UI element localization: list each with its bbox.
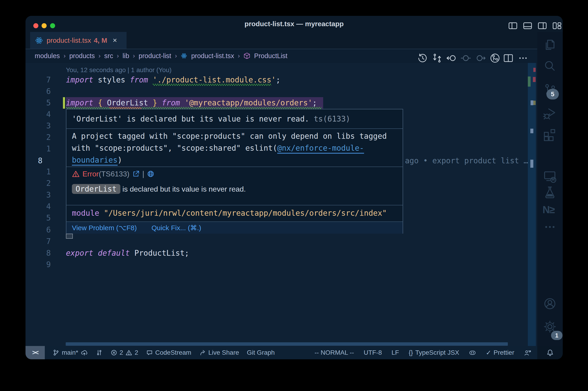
module-path-row: module "/Users/juri/nrwl/content/myreact… (66, 205, 403, 221)
file-history-icon[interactable] (490, 53, 500, 63)
breadcrumb-item[interactable]: products (69, 52, 95, 60)
error-code-label: (TS6133) (99, 170, 129, 178)
line-number: 4 (25, 201, 51, 212)
open-docs-external-icon[interactable] (132, 170, 140, 178)
symbol-cube-icon (244, 52, 250, 59)
ts-diagnostic-message: 'OrderList' is declared but its value is… (66, 109, 403, 128)
testing-icon[interactable] (543, 185, 557, 200)
tooltip-resize-grip[interactable] (66, 234, 73, 239)
line-number: 7 (25, 236, 51, 247)
breadcrumb-item[interactable]: lib (123, 52, 129, 60)
inline-blame: ago • export product list … (405, 155, 529, 167)
search-icon[interactable] (543, 59, 557, 74)
compare-changes-icon[interactable] (432, 53, 442, 63)
window-title: product-list.tsx — myreactapp (25, 16, 563, 32)
accounts-icon[interactable] (543, 296, 557, 311)
line-number: 1 (25, 166, 51, 178)
breadcrumb-item[interactable]: src (104, 52, 113, 60)
remote-explorer-icon[interactable] (543, 169, 557, 184)
braces-icon: {} (409, 349, 413, 356)
codestream-bubble-icon (146, 349, 153, 356)
problems-status-item[interactable]: 2 2 (110, 349, 138, 356)
source-control-badge: 5 (546, 89, 559, 99)
overview-cursor-mark (530, 129, 533, 133)
next-change-icon-disabled (475, 53, 486, 63)
line-number: 6 (25, 86, 51, 97)
close-tab-icon[interactable]: × (113, 36, 117, 45)
nx-console-icon[interactable]: N≥ (543, 202, 559, 217)
encoding-indicator[interactable]: UTF-8 (364, 349, 382, 356)
status-bar: >< main* 2 2 (25, 346, 537, 359)
react-file-icon (35, 36, 43, 45)
desktop: product-list.tsx — myreactapp product-li… (0, 0, 588, 391)
breadcrumb-item[interactable]: ProductList (254, 52, 287, 60)
formatter-status-item[interactable]: ✓ Prettier (486, 349, 514, 357)
toggle-secondary-sidebar-icon[interactable] (537, 20, 548, 31)
line-number: 6 (25, 224, 51, 236)
tab-label: product-list.tsx (47, 36, 91, 44)
code-line-export-default[interactable]: export default ProductList; (66, 247, 189, 259)
timeline-history-icon[interactable] (417, 53, 428, 63)
toggle-panel-icon[interactable] (522, 20, 533, 31)
language-mode-indicator[interactable]: {} TypeScript JSX (409, 349, 459, 356)
breadcrumb-item[interactable]: product-list.tsx (191, 52, 234, 60)
overview-error-mark (533, 77, 536, 82)
ts-error-code: ts(6133) (314, 114, 350, 123)
breadcrumb-separator: › (64, 52, 66, 60)
bell-icon[interactable] (546, 349, 554, 357)
eslint-rule-link[interactable]: boundaries (72, 156, 118, 166)
person-check-icon (524, 349, 531, 356)
warning-triangle-icon (72, 170, 80, 178)
extensions-icon[interactable] (543, 127, 557, 141)
more-actions-icon[interactable] (518, 53, 528, 63)
quick-fix-link[interactable]: Quick Fix... (⌘.) (151, 224, 201, 232)
breadcrumb-separator: › (117, 52, 119, 60)
line-number: 9 (25, 259, 51, 270)
breadcrumb-separator: › (175, 52, 177, 60)
tab-product-list[interactable]: product-list.tsx 4, M × (30, 32, 127, 49)
globe-icon[interactable] (147, 170, 154, 178)
tooltip-divider (66, 167, 403, 167)
go-back-icon[interactable] (446, 53, 457, 63)
line-number: 5 (25, 97, 51, 109)
line-number: 2 (25, 132, 51, 143)
breadcrumb-item[interactable]: modules (35, 52, 60, 60)
line-number: 3 (25, 120, 51, 132)
git-graph-status-item[interactable]: Git Graph (247, 349, 275, 356)
breadcrumb-separator: › (98, 52, 101, 60)
react-file-icon (180, 52, 187, 59)
remote-indicator-button[interactable]: >< (25, 346, 45, 359)
warning-triangle-icon (125, 349, 132, 356)
overview-ruler[interactable] (528, 63, 536, 346)
run-debug-icon[interactable] (543, 106, 557, 121)
tab-bar: product-list.tsx 4, M × (25, 32, 537, 49)
live-share-contacts-item[interactable] (524, 349, 531, 356)
split-editor-icon[interactable] (503, 53, 513, 63)
eol-indicator[interactable]: LF (391, 349, 399, 356)
gutter-modified-indicator (63, 97, 65, 109)
line-number: 8 (25, 247, 51, 259)
line-number: 2 (25, 178, 51, 189)
line-number: 7 (25, 74, 51, 86)
explorer-icon[interactable] (543, 37, 557, 52)
eslint-rule-link[interactable]: @nx/enforce-module- (277, 144, 364, 154)
branch-status-item[interactable]: main* (53, 349, 88, 356)
breadcrumb-item[interactable]: product-list (139, 52, 171, 60)
previous-change-icon-disabled (461, 53, 471, 63)
line-number: 1 (25, 143, 51, 155)
horizontal-scrollbar[interactable] (66, 342, 508, 346)
codestream-status-item[interactable]: CodeStream (146, 349, 191, 356)
tooltip-divider (66, 128, 403, 129)
more-views-icon[interactable] (543, 220, 557, 234)
toggle-primary-sidebar-icon[interactable] (507, 20, 518, 31)
icon-separator: | (142, 170, 145, 178)
customize-layout-icon[interactable] (552, 20, 562, 31)
gitlens-compare-item[interactable] (96, 349, 103, 356)
copilot-status-item[interactable] (469, 349, 476, 356)
view-problem-link[interactable]: View Problem (⌥F8) (72, 224, 137, 232)
line-number: 5 (25, 212, 51, 224)
lint-squiggle-green (153, 84, 271, 86)
vim-mode-indicator[interactable]: -- NORMAL -- (315, 349, 354, 356)
titlebar: product-list.tsx — myreactapp (25, 16, 563, 32)
live-share-status-item[interactable]: Live Share (199, 349, 239, 356)
